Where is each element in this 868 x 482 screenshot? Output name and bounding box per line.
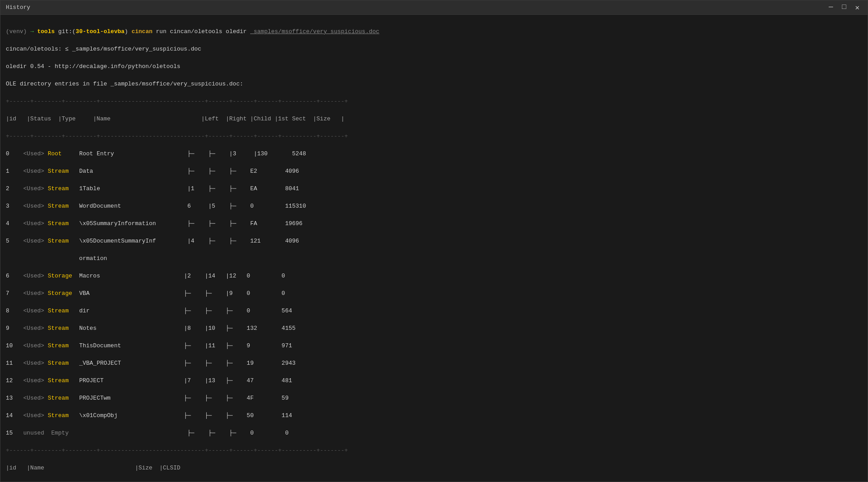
window-title: History: [6, 4, 30, 11]
row-13: 13 <Used> Stream PROJECTwm ├─ ├─ ├─ 4F 5…: [6, 394, 862, 403]
row-2: 2 <Used> Stream 1Table |1 ├─ ├─ EA 8041: [6, 184, 862, 193]
cmd-line-4: OLE directory entries in file _samples/m…: [6, 80, 862, 89]
row-10: 10 <Used> Stream ThisDocument ├─ |11 ├─ …: [6, 341, 862, 350]
row-3: 3 <Used> Stream WordDocument 6 |5 ├─ 0 1…: [6, 202, 862, 211]
sep-4: +------+------------------------------+-…: [6, 481, 862, 482]
row-7: 7 <Used> Storage VBA ├─ ├─ |9 0 0: [6, 289, 862, 298]
maximize-button[interactable]: □: [839, 2, 849, 13]
row-9: 9 <Used> Stream Notes |8 |10 ├─ 132 4155: [6, 324, 862, 333]
window-controls: — □ ✕: [826, 2, 862, 13]
header2-row: |id |Name |Size |CLSID: [6, 464, 862, 473]
row-14: 14 <Used> Stream \x01CompObj ├─ ├─ ├─ 50…: [6, 411, 862, 420]
cmd-line-3: oledir 0.54 - http://decalage.info/pytho…: [6, 62, 862, 71]
row-15: 15 unused Empty ├─ ├─ ├─ 0 0: [6, 429, 862, 438]
cmd-line-1: (venv) → tools git:(30-tool-olevba) cinc…: [6, 27, 862, 36]
row-4: 4 <Used> Stream \x05SummaryInformation ├…: [6, 219, 862, 228]
sep-3: +------+--------+---------+-------------…: [6, 446, 862, 455]
row-8: 8 <Used> Stream dir ├─ ├─ ├─ 0 564: [6, 307, 862, 316]
row-1: 1 <Used> Stream Data ├─ ├─ ├─ E2 4096: [6, 167, 862, 176]
cmd-line-2: cincan/oletools: ≤ _samples/msoffice/ver…: [6, 45, 862, 54]
row-0: 0 <Used> Root Root Entry ├─ ├─ |3 |130 5…: [6, 149, 862, 158]
row-6: 6 <Used> Storage Macros |2 |14 |12 0 0: [6, 272, 862, 281]
row-12: 12 <Used> Stream PROJECT |7 |13 ├─ 47 48…: [6, 376, 862, 385]
terminal-output[interactable]: (venv) → tools git:(30-tool-olevba) cinc…: [0, 15, 868, 482]
title-bar: History — □ ✕: [0, 0, 868, 15]
terminal-window: History — □ ✕ (venv) → tools git:(30-too…: [0, 0, 868, 482]
header-row: |id |Status |Type |Name |Left |Right |Ch…: [6, 115, 862, 124]
sep-2: +------+--------+---------+-------------…: [6, 132, 862, 141]
row-5: 5 <Used> Stream \x05DocumentSummaryInf |…: [6, 237, 862, 246]
row-11: 11 <Used> Stream _VBA_PROJECT ├─ ├─ ├─ 1…: [6, 359, 862, 368]
minimize-button[interactable]: —: [826, 2, 836, 13]
sep-1: +------+--------+---------+-------------…: [6, 97, 862, 106]
row-5b: ormation: [6, 254, 862, 263]
close-button[interactable]: ✕: [852, 2, 862, 13]
